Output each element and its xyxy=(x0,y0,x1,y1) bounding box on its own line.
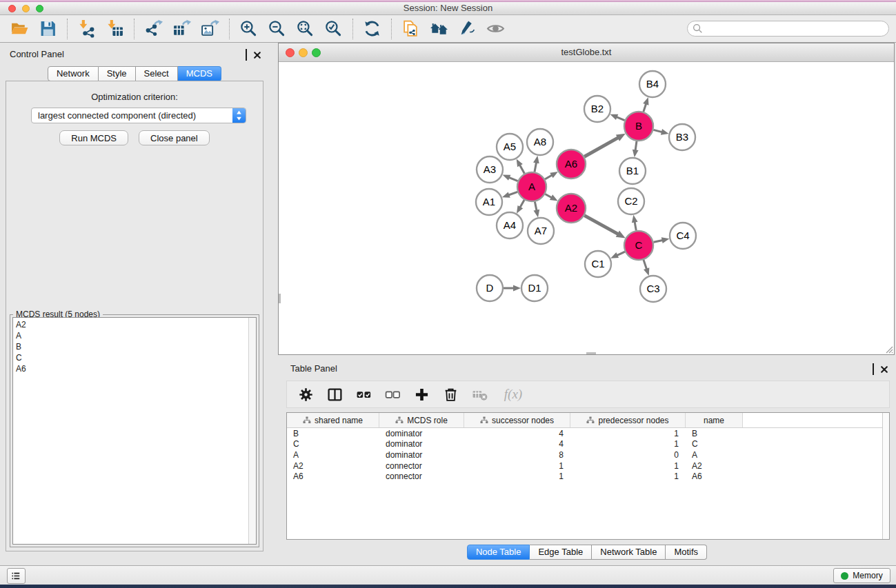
tab-mcds[interactable]: MCDS xyxy=(178,66,221,81)
tab-style[interactable]: Style xyxy=(99,66,136,81)
column-label: successor nodes xyxy=(492,416,554,425)
refresh-icon xyxy=(363,19,381,38)
result-scrollbar[interactable] xyxy=(248,318,256,544)
tab-edge-table[interactable]: Edge Table xyxy=(530,545,592,560)
graph-node-C4[interactable]: C4 xyxy=(670,223,696,249)
table-row[interactable]: Bdominator41B xyxy=(287,428,889,439)
network-hscroll-thumb[interactable] xyxy=(586,352,596,354)
table-scrollbar[interactable] xyxy=(882,413,889,539)
function-builder-button[interactable]: f(x) xyxy=(501,387,526,403)
graph-node-C2[interactable]: C2 xyxy=(618,188,644,214)
settings-icon xyxy=(298,387,314,403)
graph-node-C[interactable]: C xyxy=(624,231,653,260)
column-header-shared-name[interactable]: shared name xyxy=(287,413,379,427)
task-history-button[interactable] xyxy=(7,568,26,584)
network-canvas[interactable]: B4B2BB3A8A5A6A3B1AC2A1A2A4A7C4CC1DD1C3 xyxy=(279,62,894,354)
search-input[interactable] xyxy=(687,21,889,37)
tab-network[interactable]: Network xyxy=(48,66,99,81)
column-header-name[interactable]: name xyxy=(686,413,743,427)
deselect-all-button[interactable] xyxy=(385,387,401,403)
graph-node-A4[interactable]: A4 xyxy=(497,212,523,239)
graph-node-A8[interactable]: A8 xyxy=(527,129,553,155)
table-cell: dominator xyxy=(379,450,464,460)
open-session-button[interactable] xyxy=(10,19,30,39)
graph-node-A7[interactable]: A7 xyxy=(528,218,554,244)
split-view-button[interactable] xyxy=(327,387,343,403)
zoom-window-traffic-light[interactable] xyxy=(36,5,43,12)
memory-button[interactable]: Memory xyxy=(833,568,890,583)
graph-node-B2[interactable]: B2 xyxy=(584,96,610,122)
mcds-result-item[interactable]: A xyxy=(16,330,256,341)
graph-node-B4[interactable]: B4 xyxy=(639,71,666,97)
zoom-in-icon xyxy=(239,19,258,38)
export-image-button[interactable] xyxy=(200,19,220,39)
export-network-button[interactable] xyxy=(143,19,163,39)
network-vscroll-thumb[interactable] xyxy=(279,294,281,303)
import-network-button[interactable] xyxy=(77,19,97,39)
graph-node-D[interactable]: D xyxy=(477,275,503,301)
graph-node-C3[interactable]: C3 xyxy=(640,276,666,302)
graphics-details-button[interactable] xyxy=(457,19,477,39)
criterion-dropdown[interactable]: largest connected component (directed) xyxy=(31,108,246,123)
tab-node-table[interactable]: Node Table xyxy=(467,545,530,560)
graph-node-A6[interactable]: A6 xyxy=(557,150,586,179)
save-session-button[interactable] xyxy=(38,19,58,39)
table-panel-float-button[interactable] xyxy=(873,364,874,374)
select-all-button[interactable] xyxy=(356,387,372,403)
network-close-traffic-light[interactable] xyxy=(286,48,295,57)
minimize-window-traffic-light[interactable] xyxy=(22,5,30,12)
graph-node-A5[interactable]: A5 xyxy=(497,134,523,160)
show-windows-button[interactable] xyxy=(429,19,449,39)
close-window-traffic-light[interactable] xyxy=(8,5,16,12)
svg-text:A1: A1 xyxy=(483,196,495,207)
control-panel-float-button[interactable] xyxy=(246,50,247,60)
graph-node-D1[interactable]: D1 xyxy=(521,275,548,301)
column-header-predecessor-nodes[interactable]: predecessor nodes xyxy=(570,413,686,427)
table-cell: 8 xyxy=(464,450,570,460)
graph-node-A2[interactable]: A2 xyxy=(557,194,586,223)
table-row[interactable]: Cdominator41C xyxy=(287,439,889,450)
mcds-result-item[interactable]: A6 xyxy=(16,363,256,374)
graph-node-B3[interactable]: B3 xyxy=(669,124,695,150)
import-table-button[interactable] xyxy=(105,19,125,39)
delete-column-button[interactable] xyxy=(443,387,459,403)
resize-grip-icon[interactable] xyxy=(884,345,893,354)
refresh-button[interactable] xyxy=(362,19,382,39)
graph-node-B[interactable]: B xyxy=(624,112,653,141)
network-minimize-traffic-light[interactable] xyxy=(299,48,308,57)
svg-text:C1: C1 xyxy=(591,258,604,270)
add-column-button[interactable] xyxy=(414,387,430,403)
zoom-selected-button[interactable] xyxy=(323,19,344,39)
zoom-in-button[interactable] xyxy=(239,19,259,39)
delete-table-button[interactable] xyxy=(472,387,488,403)
tab-select[interactable]: Select xyxy=(136,66,178,81)
zoom-selected-icon xyxy=(324,19,343,38)
graph-node-A1[interactable]: A1 xyxy=(476,189,502,215)
control-panel-close-button[interactable] xyxy=(254,52,261,59)
run-mcds-button[interactable]: Run MCDS xyxy=(59,130,128,145)
close-panel-button[interactable]: Close panel xyxy=(139,130,210,145)
tab-network-table[interactable]: Network Table xyxy=(592,545,666,560)
tab-motifs[interactable]: Motifs xyxy=(666,545,707,560)
zoom-out-button[interactable] xyxy=(267,19,287,39)
table-panel-close-button[interactable] xyxy=(881,366,888,373)
graph-node-A[interactable]: A xyxy=(517,172,546,201)
table-row[interactable]: Adominator80A xyxy=(287,449,889,460)
copy-network-button[interactable] xyxy=(401,19,421,39)
birds-eye-view-button[interactable] xyxy=(486,19,506,39)
graph-node-C1[interactable]: C1 xyxy=(585,251,611,277)
zoom-fit-button[interactable] xyxy=(295,19,315,39)
mcds-result-item[interactable]: B xyxy=(16,341,256,352)
settings-button[interactable] xyxy=(298,387,314,403)
graph-node-A3[interactable]: A3 xyxy=(477,156,503,183)
graph-node-B1[interactable]: B1 xyxy=(619,158,646,184)
column-header-successor-nodes[interactable]: successor nodes xyxy=(464,413,570,427)
export-table-button[interactable] xyxy=(172,19,192,39)
mcds-result-item[interactable]: A2 xyxy=(16,319,256,330)
svg-text:A2: A2 xyxy=(565,202,577,214)
table-row[interactable]: A2connector11A2 xyxy=(287,460,889,472)
mcds-result-item[interactable]: C xyxy=(16,352,256,363)
network-zoom-traffic-light[interactable] xyxy=(312,48,321,57)
table-row[interactable]: A6connector11A6 xyxy=(287,471,889,482)
column-header-mcds-role[interactable]: MCDS role xyxy=(379,413,464,427)
